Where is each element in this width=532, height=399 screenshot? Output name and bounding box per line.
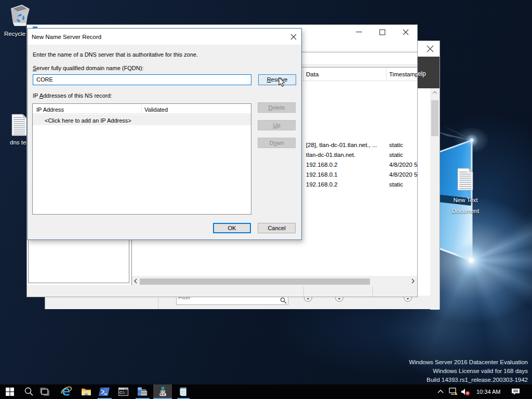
svg-text:C:\.: C:\. <box>119 391 125 394</box>
